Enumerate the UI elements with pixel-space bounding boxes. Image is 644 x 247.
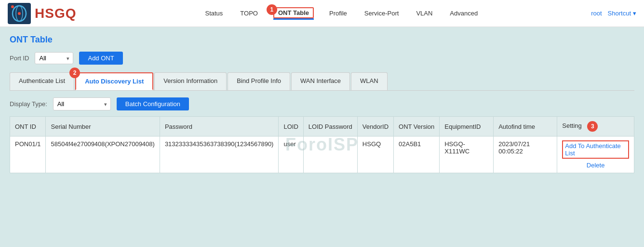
ont-table: ONT ID Serial Number Password LOID LOID … (10, 116, 634, 173)
cell-loid: user (279, 137, 303, 173)
cell-vendor-id: HSGQ (357, 137, 393, 173)
tab-version-information[interactable]: Version Information (154, 72, 227, 90)
logo-area: HSGQ (8, 3, 76, 24)
display-type-select-wrapper: All (53, 97, 111, 110)
add-authenticate-box: Add To Authenticate List (562, 140, 629, 159)
setting-badge: 3 (587, 121, 598, 132)
nav-topo[interactable]: TOPO (238, 1, 260, 26)
tab-auto-discovery-wrapper: 2 Auto Discovery List (75, 72, 154, 90)
cell-setting: Add To Authenticate List Delete (557, 137, 634, 173)
nav-ont-table-wrapper: 1 ONT Table (273, 7, 314, 20)
port-id-select[interactable]: All (35, 52, 73, 64)
col-serial-number: Serial Number (46, 117, 160, 137)
auto-discovery-badge: 2 (69, 68, 80, 78)
nav-shortcut[interactable]: Shortcut ▾ (608, 10, 636, 17)
logo-text: HSGQ (35, 6, 76, 21)
col-equipment-id: EquipmentID (440, 117, 494, 137)
port-id-label: Port ID (10, 55, 29, 62)
nav-user[interactable]: root (591, 10, 602, 17)
cell-ont-id: PON01/1 (10, 137, 46, 173)
tab-wan-interface[interactable]: WAN Interface (291, 72, 350, 90)
data-table-wrapper: ForoISP ONT ID Serial Number Password LO… (10, 116, 634, 173)
cell-autofind-time: 2023/07/21 00:05:22 (494, 137, 557, 173)
col-password: Password (160, 117, 279, 137)
main-nav: Status TOPO 1 ONT Table Profile Service-… (92, 1, 591, 26)
add-to-authenticate-list-link[interactable]: Add To Authenticate List (565, 142, 620, 157)
col-loid: LOID (279, 117, 303, 137)
nav-status[interactable]: Status (203, 1, 225, 26)
tab-bar: Authenticate List 2 Auto Discovery List … (10, 72, 634, 91)
table-header-row: ONT ID Serial Number Password LOID LOID … (10, 117, 634, 137)
tab-bind-profile-info[interactable]: Bind Profile Info (228, 72, 290, 90)
logo-icon (8, 3, 31, 24)
nav-vlan[interactable]: VLAN (414, 1, 434, 26)
chevron-down-icon: ▾ (633, 10, 636, 17)
ont-table-nav-box: ONT Table (273, 7, 314, 18)
cell-loid-password (303, 137, 357, 173)
cell-serial-number: 58504f4e27009408(XPON27009408) (46, 137, 160, 173)
tab-authenticate-list[interactable]: Authenticate List (10, 72, 74, 90)
svg-point-3 (18, 12, 21, 15)
nav-profile[interactable]: Profile (327, 1, 349, 26)
header: HSGQ Status TOPO 1 ONT Table Profile Ser… (0, 0, 644, 27)
cell-ont-version: 02A5B1 (394, 137, 440, 173)
nav-ont-table[interactable]: ONT Table (277, 7, 310, 18)
col-setting: Setting 3 (557, 117, 634, 137)
sub-toolbar: Display Type: All Batch Configuration (10, 97, 634, 110)
display-type-label: Display Type: (10, 100, 47, 108)
batch-configuration-button[interactable]: Batch Configuration (117, 97, 189, 110)
tab-wlan[interactable]: WLAN (351, 72, 388, 90)
page-title: ONT Table (10, 35, 634, 45)
ont-table-badge: 1 (267, 4, 277, 15)
main-toolbar: Port ID All Add ONT (10, 52, 634, 65)
svg-point-4 (11, 5, 14, 8)
col-vendor-id: VendorID (357, 117, 393, 137)
add-ont-button[interactable]: Add ONT (79, 52, 122, 65)
cell-equipment-id: HSGQ-X111WC (440, 137, 494, 173)
nav-service-port[interactable]: Service-Port (362, 1, 401, 26)
table-row: PON01/1 58504f4e27009408(XPON27009408) 3… (10, 137, 634, 173)
main-content: ONT Table Port ID All Add ONT Authentica… (0, 27, 644, 181)
port-id-select-wrapper: All (35, 52, 73, 64)
nav-advanced[interactable]: Advanced (448, 1, 480, 26)
col-autofind-time: Autofind time (494, 117, 557, 137)
delete-link[interactable]: Delete (562, 162, 629, 169)
cell-password: 31323333435363738390(1234567890) (160, 137, 279, 173)
display-type-select[interactable]: All (53, 97, 111, 110)
col-ont-id: ONT ID (10, 117, 46, 137)
col-ont-version: ONT Version (394, 117, 440, 137)
tab-auto-discovery-list[interactable]: Auto Discovery List (75, 72, 153, 90)
nav-right: root Shortcut ▾ (591, 10, 636, 17)
col-loid-password: LOID Password (303, 117, 357, 137)
